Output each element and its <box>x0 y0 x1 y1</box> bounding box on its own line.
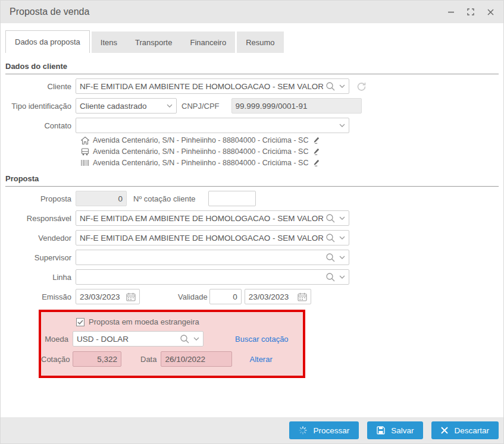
tab-dados-da-proposta[interactable]: Dados da proposta <box>5 30 90 53</box>
tab-itens[interactable]: Itens <box>92 32 126 53</box>
footer-bar: Processar Salvar Descartar <box>1 417 503 443</box>
page-title: Proposta de venda <box>10 7 447 17</box>
address-row-delivery: Avenida Centenário, S/N - Pinheiinho - 8… <box>81 147 499 156</box>
vendedor-value: NF-E EMITIDA EM AMBIENTE DE HOMOLOGACAO … <box>80 234 323 243</box>
validade-date-input[interactable] <box>249 289 295 304</box>
chevron-down-icon[interactable] <box>193 337 199 341</box>
responsavel-lookup-field[interactable]: NF-E EMITIDA EM AMBIENTE DE HOMOLOGACAO … <box>76 210 349 226</box>
truck-icon <box>81 148 89 156</box>
moeda-label: Moeda <box>41 335 73 344</box>
responsavel-value: NF-E EMITIDA EM AMBIENTE DE HOMOLOGACAO … <box>80 214 323 223</box>
validade-label: Validade <box>178 292 208 301</box>
maximize-icon <box>467 8 474 15</box>
cotacao-label: Cotação <box>41 355 73 364</box>
proposta-number-field <box>76 191 127 206</box>
search-icon[interactable] <box>325 213 336 223</box>
address-text: Avenida Centenário, S/N - Pinheiinho - 8… <box>93 136 308 144</box>
maximize-button[interactable] <box>467 8 475 16</box>
search-icon[interactable] <box>325 233 336 243</box>
supervisor-lookup-field[interactable] <box>76 250 349 265</box>
cotacao-input <box>77 352 117 366</box>
chevron-down-icon[interactable] <box>339 236 345 240</box>
tab-resumo[interactable]: Resumo <box>237 32 283 53</box>
close-icon <box>487 9 494 15</box>
validade-days-field[interactable] <box>209 289 242 304</box>
vendedor-lookup-field[interactable]: NF-E EMITIDA EM AMBIENTE DE HOMOLOGACAO … <box>76 230 349 245</box>
cotacao-cliente-field[interactable] <box>208 191 256 206</box>
descartar-button[interactable]: Descartar <box>431 421 499 439</box>
responsavel-label: Responsável <box>5 214 76 223</box>
moeda-estrangeira-checkbox-label: Proposta em moeda estrangeira <box>89 317 199 326</box>
processar-button[interactable]: Processar <box>289 421 359 439</box>
linha-label: Linha <box>5 273 76 282</box>
checkmark-icon <box>77 320 83 325</box>
refresh-icon <box>356 81 367 92</box>
section-proposta: Proposta <box>5 174 499 187</box>
save-icon <box>377 426 385 434</box>
cnpj-field <box>231 98 362 114</box>
edit-address-icon[interactable] <box>313 159 320 166</box>
section-dados-do-cliente: Dados do cliente <box>5 62 499 74</box>
foreign-currency-highlight-box: Proposta em moeda estrangeira Moeda USD … <box>39 310 305 378</box>
spinner-icon <box>299 426 307 434</box>
cotacao-cliente-input[interactable] <box>212 191 252 206</box>
chevron-down-icon <box>339 124 345 127</box>
tipo-identificacao-select[interactable]: Cliente cadastrado <box>76 98 177 114</box>
chevron-down-icon <box>167 104 173 108</box>
contato-select[interactable] <box>76 118 349 133</box>
chevron-down-icon[interactable] <box>339 216 345 220</box>
edit-address-icon[interactable] <box>313 137 320 144</box>
cliente-value: NF-E EMITIDA EM AMBIENTE DE HOMOLOGACAO … <box>80 82 323 91</box>
cliente-lookup-field[interactable]: NF-E EMITIDA EM AMBIENTE DE HOMOLOGACAO … <box>76 78 349 94</box>
tab-bar: Dados da proposta Itens Transporte Finan… <box>5 30 503 53</box>
tipo-identificacao-label: Tipo identificação <box>5 102 76 111</box>
address-text: Avenida Centenário, S/N - Pinheiinho - 8… <box>93 159 308 167</box>
chevron-down-icon[interactable] <box>339 256 345 259</box>
linha-lookup-field[interactable] <box>76 269 349 285</box>
emissao-date-input[interactable] <box>80 289 124 304</box>
processar-button-label: Processar <box>313 426 349 435</box>
validade-date-field[interactable] <box>245 289 311 304</box>
data-cotacao-label: Data <box>140 355 156 364</box>
calendar-icon[interactable] <box>126 292 136 301</box>
tab-financeiro[interactable]: Financeiro <box>181 32 235 53</box>
cnpj-label: CNPJ/CPF <box>181 102 220 111</box>
cliente-label: Cliente <box>5 82 76 91</box>
chevron-down-icon[interactable] <box>339 275 345 279</box>
window-controls <box>447 8 494 16</box>
refresh-cliente-button[interactable] <box>356 81 367 92</box>
moeda-value: USD - DOLAR <box>77 335 177 344</box>
contato-label: Contato <box>5 121 76 130</box>
cnpj-input <box>236 99 358 113</box>
search-icon[interactable] <box>325 81 336 92</box>
emissao-label: Emissão <box>5 292 76 301</box>
tab-group-middle: Itens Transporte Financeiro <box>92 32 235 53</box>
tab-group-resumo: Resumo <box>237 32 283 53</box>
validade-days-input[interactable] <box>214 289 237 304</box>
search-icon[interactable] <box>180 334 190 344</box>
alterar-link[interactable]: Alterar <box>249 355 272 364</box>
descartar-button-label: Descartar <box>454 426 489 435</box>
barcode-icon <box>81 159 89 166</box>
tipo-identificacao-value: Cliente cadastrado <box>80 102 164 111</box>
calendar-icon[interactable] <box>298 292 307 301</box>
address-row-billing: Avenida Centenário, S/N - Pinheiinho - 8… <box>81 159 499 167</box>
search-icon[interactable] <box>325 272 336 282</box>
proposta-de-venda-dialog: Proposta de venda Dados da proposta Iten… <box>0 0 504 444</box>
moeda-estrangeira-checkbox[interactable] <box>76 318 84 326</box>
close-x-icon <box>441 427 448 434</box>
minimize-button[interactable] <box>447 8 455 16</box>
moeda-lookup-field[interactable]: USD - DOLAR <box>73 331 204 347</box>
edit-address-icon[interactable] <box>313 148 320 155</box>
close-button[interactable] <box>486 8 494 16</box>
search-icon[interactable] <box>325 253 336 263</box>
address-text: Avenida Centenário, S/N - Pinheiinho - 8… <box>93 147 308 156</box>
chevron-down-icon[interactable] <box>339 84 345 88</box>
emissao-date-field[interactable] <box>76 289 140 304</box>
buscar-cotacao-link[interactable]: Buscar cotação <box>235 335 289 344</box>
salvar-button[interactable]: Salvar <box>367 421 423 439</box>
tab-transporte[interactable]: Transporte <box>126 32 181 53</box>
vendedor-label: Vendedor <box>5 234 76 243</box>
data-cotacao-input <box>165 352 228 366</box>
tab-content: Dados do cliente Cliente NF-E EMITIDA EM… <box>1 53 503 417</box>
